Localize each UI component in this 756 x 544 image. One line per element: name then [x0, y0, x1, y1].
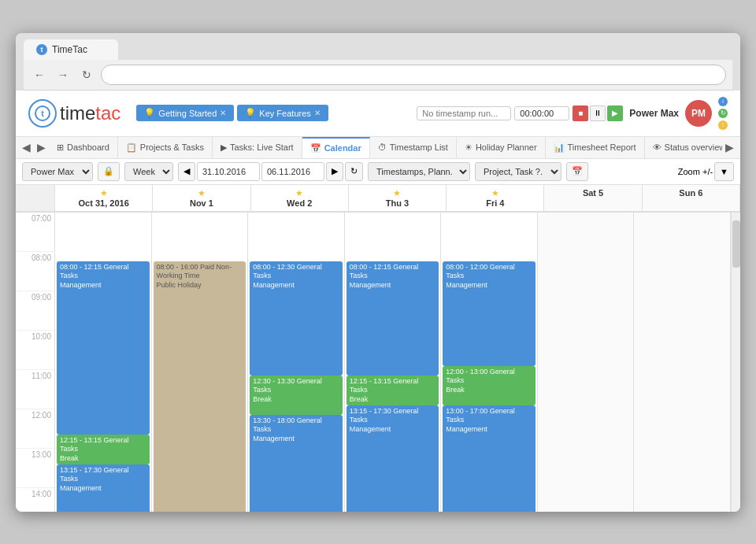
timer-play-btn[interactable]: ▶ [607, 105, 623, 121]
calendar-scrollbar[interactable] [731, 213, 740, 512]
filter-select[interactable]: Timestamps, Plann... [368, 162, 470, 181]
scrollbar-thumb[interactable] [732, 220, 740, 268]
zoom-label: Zoom +/- [678, 167, 713, 176]
timer-stop-btn[interactable]: ■ [573, 105, 588, 121]
calendar-body-scroll[interactable]: 07:00 08:00 09:00 10:00 11:00 12:00 13:0… [16, 213, 740, 512]
nav-right-collapse[interactable]: ▶ [34, 138, 49, 157]
project-select[interactable]: Project, Task ?... [475, 162, 561, 181]
date-wed: Wed 2 [254, 198, 345, 208]
date-end[interactable] [261, 162, 324, 181]
day-cols-grid: 08:00 - 12:15 General TasksManagement 12… [55, 213, 731, 512]
event-wed-1[interactable]: 08:00 - 12:30 General TasksManagement [250, 261, 343, 376]
nav-dashboard[interactable]: ⊞ Dashboard [49, 137, 118, 158]
day-col-thu[interactable]: 08:00 - 12:15 General TasksManagement 12… [345, 213, 442, 512]
tasks-live-icon: ▶ [220, 142, 227, 153]
day-header-tue: ★ Nov 1 [153, 185, 250, 211]
back-button[interactable]: ← [30, 65, 49, 84]
event-thu-3[interactable]: 13:15 - 17:30 General TasksManagement [346, 405, 439, 512]
nav-timestamp[interactable]: ⏱ Timestamp List [370, 137, 457, 158]
app-content: t timetac 💡 Getting Started ✕ 💡 Key Feat… [16, 91, 740, 512]
nav-projects-tasks[interactable]: 📋 Projects & Tasks [118, 137, 213, 158]
day-headers: ★ Oct 31, 2016 ★ Nov 1 ★ Wed 2 [16, 185, 740, 213]
nav-calendar[interactable]: 📅 Calendar [302, 137, 370, 158]
time-label-1100: 11:00 [16, 370, 54, 409]
date-mon: Oct 31, 2016 [58, 198, 149, 208]
day-col-wed[interactable]: 08:00 - 12:30 General TasksManagement 12… [248, 213, 345, 512]
nav-status[interactable]: 👁 Status overview [645, 137, 722, 158]
svg-text:t: t [41, 109, 44, 118]
event-thu-2[interactable]: 12:15 - 13:15 General TasksBreak [346, 376, 439, 405]
projects-icon: 📋 [126, 142, 137, 153]
event-mon-2[interactable]: 12:15 - 13:15 General TasksBreak [57, 435, 150, 464]
calendar-wrapper: ★ Oct 31, 2016 ★ Nov 1 ★ Wed 2 [16, 185, 740, 512]
event-mon-1[interactable]: 08:00 - 12:15 General TasksManagement [57, 261, 150, 435]
tab1-close[interactable]: ✕ [220, 109, 226, 117]
calendar-icon: 📅 [310, 143, 321, 154]
nav-tasks-live[interactable]: ▶ Tasks: Live Start [213, 137, 302, 158]
day-header-wed: ★ Wed 2 [251, 185, 349, 211]
forward-button[interactable]: → [54, 65, 72, 84]
calendar-label: Calendar [324, 143, 361, 153]
star-thu: ★ [352, 188, 443, 198]
event-tue-1[interactable]: 08:00 - 16:00 Paid Non-Working TimePubli… [154, 261, 246, 512]
event-wed-3[interactable]: 13:30 - 18:00 General TasksManagement [250, 415, 343, 512]
day-col-tue[interactable]: 08:00 - 16:00 Paid Non-Working TimePubli… [152, 213, 249, 512]
user-name: Power Max [629, 108, 679, 119]
timesheet-label: Timesheet Report [568, 142, 636, 152]
event-fri-3[interactable]: 13:00 - 17:00 General TasksManagement [443, 405, 536, 512]
dashboard-icon: ⊞ [57, 142, 64, 153]
toolbar: Power Max 🔒 Week ◀ ▶ ↻ Timestamps, Plann… [16, 159, 740, 185]
time-label-700: 07:00 [16, 213, 54, 252]
user-avatar[interactable]: PM [685, 100, 712, 127]
browser-tabs: t TimeTac [24, 39, 732, 60]
holiday-label: Holiday Planner [476, 142, 537, 152]
key-features-tab[interactable]: 💡 Key Features ✕ [237, 105, 328, 121]
timestamp-label: Timestamp List [390, 142, 448, 152]
day-col-fri[interactable]: 08:00 - 12:00 General TasksManagement 12… [441, 213, 538, 512]
prev-week-btn[interactable]: ◀ [178, 162, 195, 181]
event-thu-1[interactable]: 08:00 - 12:15 General TasksManagement [346, 261, 439, 376]
refresh-dates-btn[interactable]: ↻ [345, 162, 363, 181]
timestamp-area: ■ ⏸ ▶ [417, 105, 623, 121]
nav-timesheet[interactable]: 📊 Timesheet Report [546, 137, 645, 158]
gutter-header [16, 185, 55, 211]
calendar-filter-btn[interactable]: 📅 [566, 162, 588, 181]
browser-toolbar: ← → ↻ [24, 60, 732, 91]
lock-btn[interactable]: 🔒 [98, 162, 120, 181]
timestamp-select[interactable] [417, 106, 511, 120]
tab1-icon: 💡 [144, 108, 155, 118]
day-header-thu: ★ Thu 3 [349, 185, 447, 211]
event-wed-2[interactable]: 12:30 - 13:30 General TasksBreak [250, 376, 343, 415]
refresh-icon[interactable]: ↻ [718, 109, 728, 118]
star-mon: ★ [58, 188, 149, 198]
star-wed: ★ [254, 188, 345, 198]
nav-right-arrow[interactable]: ▶ [722, 138, 737, 157]
nav-left-arrow[interactable]: ◀ [19, 138, 34, 157]
browser-tab[interactable]: t TimeTac [24, 39, 118, 60]
info-icon[interactable]: i [718, 97, 728, 106]
browser-window: t TimeTac ← → ↻ t timetac [16, 33, 740, 512]
event-fri-1[interactable]: 08:00 - 12:00 General TasksManagement [443, 261, 536, 366]
address-bar[interactable] [101, 65, 726, 85]
timer-buttons: ■ ⏸ ▶ [573, 105, 623, 121]
event-fri-2[interactable]: 12:00 - 13:00 General TasksBreak [443, 366, 536, 405]
nav-holiday[interactable]: ☀ Holiday Planner [457, 137, 546, 158]
day-col-mon[interactable]: 08:00 - 12:15 General TasksManagement 12… [55, 213, 152, 512]
timer-pause-btn[interactable]: ⏸ [590, 105, 606, 121]
zoom-more-btn[interactable]: ▼ [714, 162, 734, 181]
next-week-btn[interactable]: ▶ [326, 162, 343, 181]
tab2-close[interactable]: ✕ [314, 109, 321, 117]
alert-icon[interactable]: ! [718, 120, 728, 130]
tasks-live-label: Tasks: Live Start [230, 142, 294, 152]
getting-started-tab[interactable]: 💡 Getting Started ✕ [136, 105, 234, 121]
event-mon-3[interactable]: 13:15 - 17:30 General TasksManagement [57, 464, 150, 512]
date-start[interactable] [197, 162, 260, 181]
user-select[interactable]: Power Max [22, 162, 93, 181]
status-icon: 👁 [653, 142, 662, 152]
day-header-fri: ★ Fri 4 [447, 185, 544, 211]
refresh-button[interactable]: ↻ [77, 65, 96, 84]
view-select[interactable]: Week [124, 162, 173, 181]
mon-hour-7 [57, 222, 150, 261]
logo-text: timetac [60, 102, 120, 124]
day-header-mon: ★ Oct 31, 2016 [55, 185, 153, 211]
